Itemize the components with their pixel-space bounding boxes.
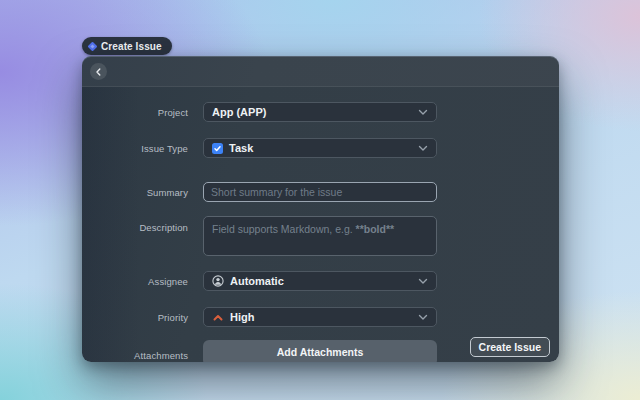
app-diamond-icon bbox=[88, 41, 98, 51]
priority-value: High bbox=[230, 311, 254, 323]
create-issue-button[interactable]: Create Issue bbox=[470, 337, 550, 357]
chevron-down-icon bbox=[418, 109, 428, 116]
description-placeholder: Field supports Markdown, e.g. bbox=[212, 223, 356, 235]
chevron-left-icon bbox=[94, 67, 103, 77]
project-row: Project App (APP) bbox=[82, 102, 559, 122]
project-select[interactable]: App (APP) bbox=[203, 102, 437, 122]
add-attachments-button[interactable]: Add Attachments bbox=[203, 340, 437, 363]
priority-row: Priority High bbox=[82, 307, 559, 327]
assignee-row: Assignee Automatic bbox=[82, 271, 559, 291]
assignee-label: Assignee bbox=[82, 276, 188, 287]
create-issue-dialog: Project App (APP) Issue Type Task bbox=[82, 56, 559, 362]
attachments-label: Attachments bbox=[82, 350, 188, 361]
priority-label: Priority bbox=[82, 312, 188, 323]
desktop-background: Create Issue Project App (APP) Is bbox=[0, 0, 640, 400]
user-circle-icon bbox=[212, 275, 224, 287]
issue-type-select[interactable]: Task bbox=[203, 138, 437, 158]
task-check-square-icon bbox=[212, 143, 223, 154]
dialog-header bbox=[82, 56, 559, 87]
launcher-label: Create Issue bbox=[101, 41, 162, 52]
summary-input[interactable] bbox=[203, 182, 437, 202]
description-row: Description Field supports Markdown, e.g… bbox=[82, 216, 559, 256]
back-button[interactable] bbox=[90, 63, 107, 80]
priority-high-icon bbox=[212, 313, 224, 322]
description-label: Description bbox=[82, 216, 188, 233]
issue-type-label: Issue Type bbox=[82, 143, 188, 154]
chevron-down-icon bbox=[418, 314, 428, 321]
summary-row: Summary bbox=[82, 182, 559, 202]
description-textarea[interactable]: Field supports Markdown, e.g. **bold** bbox=[203, 216, 437, 256]
issue-type-value: Task bbox=[229, 142, 253, 154]
assignee-value: Automatic bbox=[230, 275, 284, 287]
issue-type-row: Issue Type Task bbox=[82, 138, 559, 158]
chevron-down-icon bbox=[418, 145, 428, 152]
project-value: App (APP) bbox=[212, 106, 266, 118]
project-label: Project bbox=[82, 107, 188, 118]
summary-label: Summary bbox=[82, 187, 188, 198]
priority-select[interactable]: High bbox=[203, 307, 437, 327]
assignee-select[interactable]: Automatic bbox=[203, 271, 437, 291]
create-issue-launcher[interactable]: Create Issue bbox=[82, 37, 172, 55]
description-placeholder-bold: **bold** bbox=[356, 223, 395, 235]
chevron-down-icon bbox=[418, 278, 428, 285]
